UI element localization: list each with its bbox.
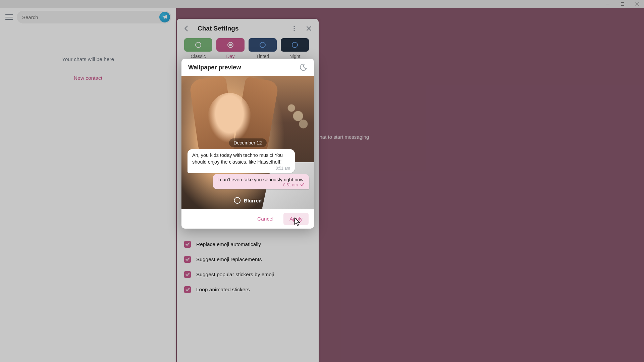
message-bubble-incoming: Ah, you kids today with techno music! Yo… <box>187 149 295 173</box>
delivered-check-icon <box>300 183 305 187</box>
blurred-toggle[interactable]: Blurred <box>234 197 262 204</box>
blurred-label: Blurred <box>244 198 262 203</box>
wallpaper-decoration <box>208 93 251 143</box>
message-time-row: 8:51 am <box>217 183 305 187</box>
wallpaper-preview-modal: Wallpaper preview December 12 Ah, you ki… <box>181 59 314 229</box>
modal-backdrop[interactable] <box>0 0 644 362</box>
message-time: 8:51 am <box>192 166 290 171</box>
modal-header: Wallpaper preview <box>181 59 314 76</box>
message-time: 8:51 am <box>283 183 298 187</box>
wallpaper-preview-image: December 12 Ah, you kids today with tech… <box>181 76 314 209</box>
cancel-button[interactable]: Cancel <box>251 213 279 225</box>
message-bubble-outgoing: I can't even take you seriously right no… <box>213 174 309 189</box>
modal-title: Wallpaper preview <box>188 64 299 71</box>
apply-button[interactable]: Apply <box>283 213 309 225</box>
radio-icon <box>234 197 240 204</box>
chat-date-badge: December 12 <box>229 138 266 147</box>
moon-icon[interactable] <box>299 63 307 71</box>
message-text: Ah, you kids today with techno music! Yo… <box>192 152 290 165</box>
message-text: I can't even take you seriously right no… <box>217 177 305 182</box>
modal-actions: Cancel Apply <box>181 209 314 229</box>
